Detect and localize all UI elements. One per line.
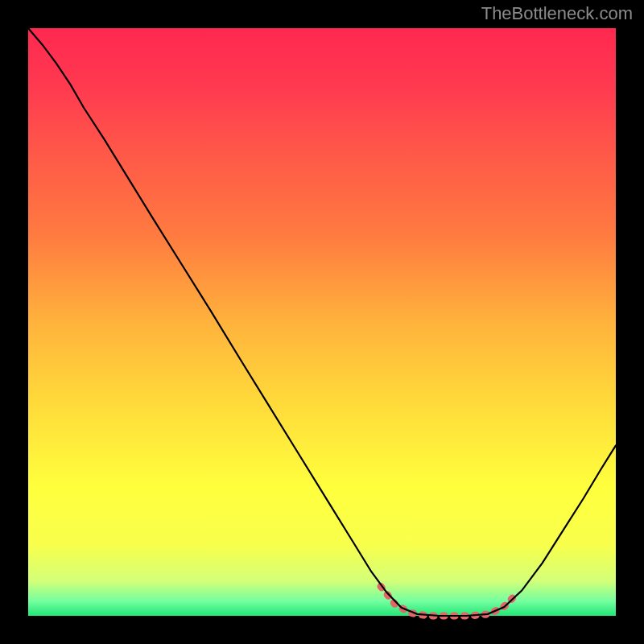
chart-svg (0, 0, 644, 644)
watermark-text: TheBottleneck.com (481, 3, 633, 24)
plot-background (28, 28, 616, 616)
chart-stage: { "watermark": "TheBottleneck.com", "plo… (0, 0, 644, 644)
